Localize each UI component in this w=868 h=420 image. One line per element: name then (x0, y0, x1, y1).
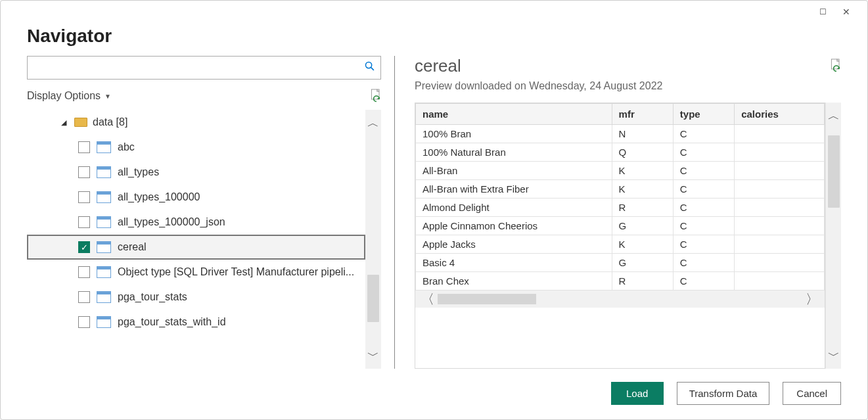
search-input[interactable] (32, 60, 364, 76)
table-icon (97, 266, 111, 278)
refresh-preview-button[interactable] (829, 58, 841, 73)
folder-icon (74, 118, 87, 127)
table-icon (97, 191, 111, 203)
tree-item-all-types[interactable]: all_types (27, 160, 365, 185)
table-icon (97, 216, 111, 228)
table-icon (97, 241, 111, 253)
table-row[interactable]: All-BranKC (416, 162, 825, 180)
titlebar: ☐ ✕ (1, 1, 867, 19)
grid-hscrollbar[interactable]: 〈 〉 (415, 291, 825, 308)
checkbox[interactable] (78, 266, 90, 278)
table-row[interactable]: Apple Cinnamon CheeriosGC (416, 217, 825, 235)
scroll-thumb[interactable] (828, 135, 840, 208)
display-options-row: Display Options ▼ (27, 89, 381, 103)
tree-item-all-types-100000[interactable]: all_types_100000 (27, 185, 365, 210)
content-area: Display Options ▼ ◢ (1, 56, 867, 369)
maximize-button[interactable]: ☐ (811, 7, 834, 16)
tree-item-cereal[interactable]: ✓ cereal (27, 235, 365, 260)
preview-table: name mfr type calories 100% BranNC 100% … (415, 103, 825, 291)
svg-line-1 (371, 68, 374, 70)
dialog-title: Navigator (1, 19, 867, 56)
preview-subtitle: Preview downloaded on Wednesday, 24 Augu… (415, 80, 662, 92)
scroll-down-icon[interactable]: ﹀ (828, 342, 840, 369)
tree-item-all-types-100000-json[interactable]: all_types_100000_json (27, 210, 365, 235)
tree-item-label: Object type [SQL Driver Test] Manufactur… (118, 266, 365, 278)
left-panel: Display Options ▼ ◢ (27, 56, 395, 369)
refresh-tree-button[interactable] (369, 89, 381, 103)
checkbox[interactable] (78, 216, 90, 228)
tree-folder-data[interactable]: ◢ data [8] (27, 110, 365, 135)
scroll-thumb[interactable] (367, 275, 379, 322)
table-row[interactable]: Basic 4GC (416, 254, 825, 272)
search-icon[interactable] (364, 60, 375, 75)
tree-item-label: all_types (118, 166, 365, 178)
col-type[interactable]: type (673, 104, 734, 125)
table-row[interactable]: Apple JacksKC (416, 235, 825, 254)
table-row[interactable]: 100% Natural BranQC (416, 143, 825, 162)
navigator-tree: ◢ data [8] abc all_types (27, 110, 365, 369)
table-row[interactable]: Bran ChexRC (416, 272, 825, 291)
table-icon (97, 166, 111, 178)
checkbox[interactable] (78, 191, 90, 203)
tree-item-label: abc (118, 141, 365, 153)
folder-label: data [8] (93, 116, 365, 128)
scroll-thumb[interactable] (438, 294, 536, 304)
navigator-dialog: ☐ ✕ Navigator Display Options ▼ (0, 0, 868, 420)
checkbox[interactable] (78, 291, 90, 303)
svg-point-0 (365, 62, 371, 68)
col-calories[interactable]: calories (735, 104, 825, 125)
tree-container: ◢ data [8] abc all_types (27, 110, 381, 369)
scroll-left-icon[interactable]: 〈 (418, 291, 438, 308)
scroll-up-icon[interactable]: ︿ (828, 103, 840, 129)
scroll-right-icon[interactable]: 〉 (802, 291, 822, 308)
close-button[interactable]: ✕ (834, 7, 858, 17)
display-options-dropdown[interactable]: Display Options ▼ (27, 90, 111, 102)
col-name[interactable]: name (416, 104, 612, 125)
scroll-down-icon[interactable]: ﹀ (367, 342, 379, 369)
checkbox[interactable] (78, 141, 90, 153)
transform-data-button[interactable]: Transform Data (677, 382, 770, 405)
tree-scrollbar[interactable]: ︿ ﹀ (365, 110, 381, 369)
grid-vscrollbar[interactable]: ︿ ﹀ (825, 103, 841, 369)
cancel-button[interactable]: Cancel (783, 382, 841, 405)
load-button[interactable]: Load (611, 382, 664, 405)
table-icon (97, 291, 111, 303)
scroll-up-icon[interactable]: ︿ (367, 110, 379, 136)
table-header-row: name mfr type calories (416, 104, 825, 125)
scroll-track[interactable] (438, 294, 802, 304)
table-body: 100% BranNC 100% Natural BranQC All-Bran… (416, 125, 825, 291)
search-box[interactable] (27, 56, 381, 80)
preview-grid: name mfr type calories 100% BranNC 100% … (415, 103, 825, 369)
tree-item-abc[interactable]: abc (27, 135, 365, 160)
checkbox[interactable] (78, 166, 90, 178)
table-row[interactable]: 100% BranNC (416, 125, 825, 143)
tree-item-label: all_types_100000_json (118, 216, 365, 228)
tree-item-pga-tour-stats[interactable]: pga_tour_stats (27, 285, 365, 310)
tree-item-object-type[interactable]: Object type [SQL Driver Test] Manufactur… (27, 260, 365, 285)
chevron-down-icon: ▼ (104, 93, 111, 100)
tree-item-label: pga_tour_stats_with_id (118, 316, 365, 328)
checkbox[interactable] (78, 316, 90, 328)
table-icon (97, 316, 111, 328)
preview-titles: cereal Preview downloaded on Wednesday, … (415, 56, 662, 92)
table-icon (97, 141, 111, 153)
preview-panel: cereal Preview downloaded on Wednesday, … (395, 56, 841, 369)
table-row[interactable]: All-Bran with Extra FiberKC (416, 180, 825, 198)
preview-title: cereal (415, 56, 662, 76)
tree-item-label: cereal (118, 241, 364, 253)
tree-item-label: pga_tour_stats (118, 291, 365, 303)
preview-header: cereal Preview downloaded on Wednesday, … (415, 56, 841, 92)
checkbox-checked[interactable]: ✓ (78, 241, 90, 253)
collapse-icon[interactable]: ◢ (61, 118, 69, 127)
grid-area: name mfr type calories 100% BranNC 100% … (415, 103, 841, 369)
tree-item-pga-tour-stats-with-id[interactable]: pga_tour_stats_with_id (27, 310, 365, 335)
table-row[interactable]: Almond DelightRC (416, 198, 825, 217)
col-mfr[interactable]: mfr (612, 104, 673, 125)
tree-item-label: all_types_100000 (118, 191, 365, 203)
dialog-footer: Load Transform Data Cancel (1, 369, 867, 419)
display-options-label: Display Options (27, 90, 101, 102)
